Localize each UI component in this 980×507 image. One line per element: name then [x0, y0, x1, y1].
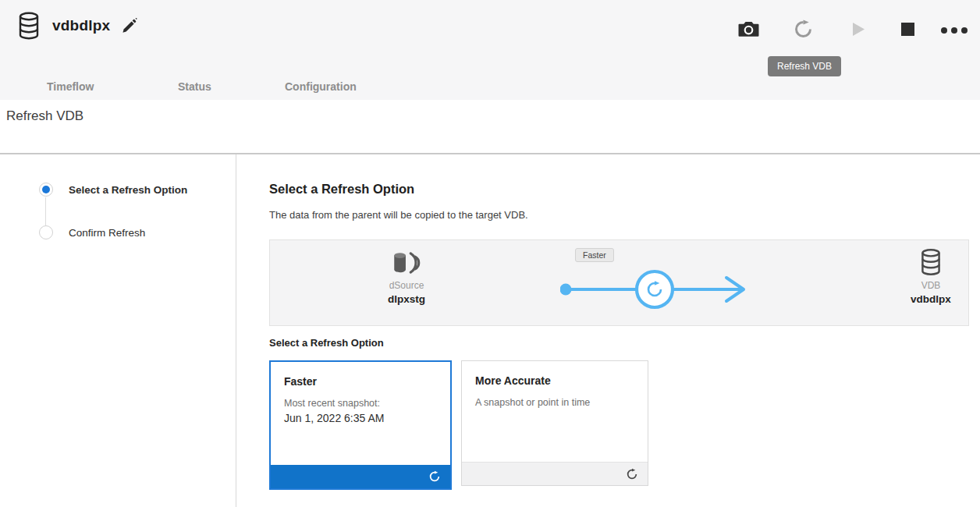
section-description: The data from the parent will be copied … [269, 209, 528, 221]
refresh-vdb-icon[interactable] [793, 19, 814, 40]
option-snapshot-date: Jun 1, 2022 6:35 AM [284, 412, 437, 424]
refresh-icon [428, 470, 441, 483]
vdb-title-row: vdbdlpx [16, 11, 137, 41]
dsource-icon [390, 250, 423, 276]
sidebar-divider [236, 154, 236, 507]
vdb-icon [919, 248, 943, 276]
step-label: Confirm Refresh [69, 227, 145, 239]
step-indicator-active [39, 183, 53, 197]
option-title: Faster [284, 375, 437, 388]
tab-bar: Timeflow Status Configuration [0, 80, 980, 100]
vdb-name: vdbdlpx [911, 293, 951, 305]
vdb-name-title: vdbdlpx [52, 17, 110, 34]
tab-configuration[interactable]: Configuration [285, 80, 357, 93]
snapshot-camera-icon[interactable] [738, 20, 759, 38]
refresh-arrow-graphic [560, 265, 751, 314]
option-title: More Accurate [475, 374, 634, 387]
refresh-icon [626, 468, 638, 480]
tab-timeflow[interactable]: Timeflow [47, 80, 94, 93]
header: vdbdlpx Refresh VDB Timeflow Status Conf… [0, 0, 980, 100]
option-refresh-action[interactable] [271, 465, 450, 488]
option-refresh-action[interactable] [462, 462, 648, 485]
edit-name-icon[interactable] [121, 18, 137, 34]
options-group-label: Select a Refresh Option [269, 337, 384, 349]
option-subtitle: A snapshot or point in time [475, 395, 634, 410]
step-indicator-inactive [39, 225, 53, 239]
vdb-node: VDB vdbdlpx [900, 248, 962, 305]
more-actions-icon[interactable] [941, 27, 968, 34]
faster-badge: Faster [575, 248, 614, 262]
dsource-name: dlpxstg [388, 293, 425, 305]
section-heading: Select a Refresh Option [269, 182, 414, 197]
tab-status[interactable]: Status [178, 80, 211, 93]
wizard-step-confirm-refresh[interactable]: Confirm Refresh [39, 225, 145, 239]
stop-vdb-icon[interactable] [901, 23, 914, 36]
dsource-type-label: dSource [389, 280, 424, 291]
refresh-vdb-tooltip: Refresh VDB [768, 56, 841, 76]
page-title: Refresh VDB [6, 108, 83, 124]
option-card-more-accurate[interactable]: More Accurate A snapshot or point in tim… [461, 360, 648, 486]
database-icon [16, 11, 42, 41]
option-subtitle: Most recent snapshot: [284, 396, 437, 410]
step-label: Select a Refresh Option [69, 184, 187, 196]
dsource-node: dSource dlpxstg [368, 250, 446, 305]
vdb-type-label: VDB [921, 280, 941, 291]
option-card-faster[interactable]: Faster Most recent snapshot: Jun 1, 2022… [269, 360, 452, 490]
refresh-flow-diagram: dSource dlpxstg Faster VDB vdbdlpx [269, 239, 969, 326]
step-connector-line [45, 197, 46, 225]
start-vdb-icon[interactable] [850, 21, 866, 37]
wizard-step-select-option[interactable]: Select a Refresh Option [39, 183, 187, 197]
horizontal-divider [0, 153, 980, 154]
